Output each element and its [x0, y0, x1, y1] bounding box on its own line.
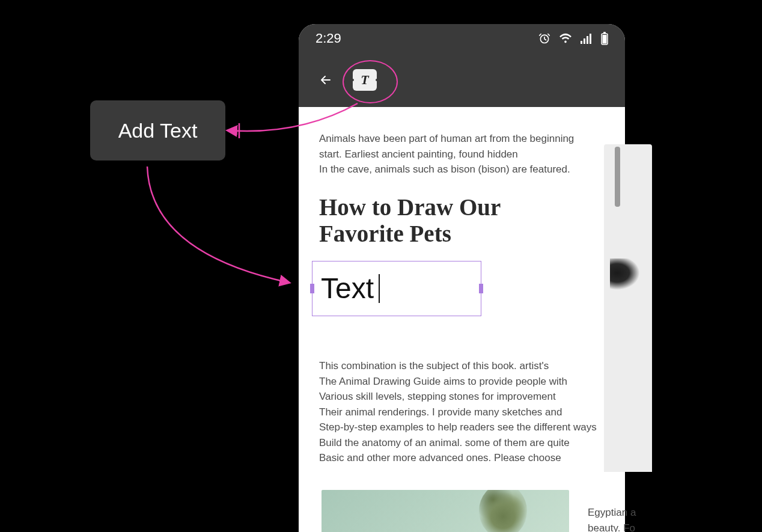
- body-text: This combination is the subject of this …: [319, 358, 605, 374]
- document-image-placeholder: [322, 490, 569, 532]
- svg-rect-2: [584, 38, 585, 44]
- heading-line: Favorite Pets: [319, 221, 451, 246]
- body-text: The Animal Drawing Guide aims to provide…: [319, 374, 605, 390]
- side-text-line: beauty. Fo: [588, 521, 636, 533]
- body-text: Basic and other more advanced ones. Plea…: [319, 450, 605, 466]
- body-text: Their animal renderings. I provide many …: [319, 405, 605, 420]
- status-bar: 2:29: [299, 24, 625, 53]
- alarm-icon: [538, 32, 550, 44]
- svg-rect-7: [603, 35, 607, 44]
- svg-rect-3: [587, 36, 588, 44]
- svg-rect-4: [590, 34, 591, 44]
- text-cursor: [379, 274, 380, 303]
- body-text: Animals have been part of human art from…: [319, 131, 605, 147]
- battery-icon: [601, 32, 608, 45]
- side-text-line: Egyptian a: [588, 505, 636, 521]
- inserted-text-box[interactable]: Text: [312, 261, 481, 316]
- body-text: Step-by-step examples to help readers se…: [319, 420, 605, 435]
- document-heading: How to Draw Our Favorite Pets: [319, 194, 605, 248]
- svg-rect-1: [581, 41, 582, 44]
- wifi-icon: [559, 33, 572, 44]
- scrollbar-thumb[interactable]: [615, 147, 620, 207]
- adjacent-page-peek: [604, 144, 652, 472]
- body-text: In the cave, animals such as bison (biso…: [319, 162, 605, 177]
- signal-icon: [581, 33, 593, 44]
- annotation-highlight-ellipse: [343, 60, 398, 103]
- adjacent-page-image: [610, 258, 646, 295]
- text-box-content[interactable]: Text: [321, 267, 374, 310]
- back-button[interactable]: [315, 70, 336, 90]
- svg-rect-6: [603, 32, 606, 34]
- body-text: start. Earliest ancient painting, found …: [319, 147, 605, 162]
- status-icons: [538, 32, 608, 45]
- document-canvas[interactable]: Animals have been part of human art from…: [299, 107, 625, 532]
- adjacent-page-text: Egyptian a beauty. Fo: [588, 505, 636, 532]
- body-text: Various skill levels, stepping stones fo…: [319, 389, 605, 405]
- status-time: 2:29: [315, 31, 341, 46]
- phone-screen: 2:29 T Animals have been part of human a…: [299, 24, 625, 532]
- arrow-left-icon: [319, 73, 333, 87]
- callout-label: Add Text: [118, 119, 198, 142]
- heading-line: How to Draw Our: [319, 194, 501, 220]
- resize-handle-left[interactable]: [310, 284, 314, 293]
- resize-handle-right[interactable]: [479, 284, 483, 293]
- add-text-callout: Add Text: [90, 100, 225, 161]
- body-text: Build the anatomy of an animal. some of …: [319, 435, 605, 451]
